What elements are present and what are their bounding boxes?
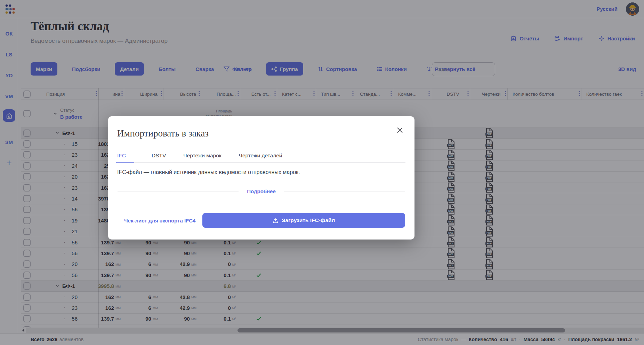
app-window: Русский ОКLSУОVMЗМ+ Тёплый склад Ведомос…: [0, 0, 644, 345]
more-row: Подробнее: [108, 188, 414, 194]
upload-ifc-button[interactable]: Загрузить IFC-файл: [202, 213, 405, 228]
ifc4-checklist-link[interactable]: Чек-лист для экспорта IFC4: [124, 218, 195, 224]
upload-button-label: Загрузить IFC-файл: [282, 217, 335, 224]
modal-tab-Чертежи марок[interactable]: Чертежи марок: [183, 150, 221, 162]
modal-title: Импортировать в заказ: [117, 128, 209, 139]
modal-tabs: IFCDSTVЧертежи марокЧертежи деталей: [117, 150, 405, 163]
upload-icon: [273, 218, 279, 224]
modal-tab-DSTV[interactable]: DSTV: [152, 150, 166, 162]
modal-tab-Чертежи деталей[interactable]: Чертежи деталей: [239, 150, 282, 162]
more-details-link[interactable]: Подробнее: [247, 188, 276, 194]
divider: [284, 191, 405, 191]
modal-actions: Чек-лист для экспорта IFC4 Загрузить IFC…: [124, 213, 405, 228]
modal-description: IFC-файл — главный источник данных ведом…: [117, 169, 300, 175]
divider: [118, 191, 239, 191]
import-modal: Импортировать в заказ IFCDSTVЧертежи мар…: [108, 116, 414, 240]
close-icon[interactable]: [396, 126, 404, 134]
modal-tab-IFC[interactable]: IFC: [116, 150, 134, 163]
